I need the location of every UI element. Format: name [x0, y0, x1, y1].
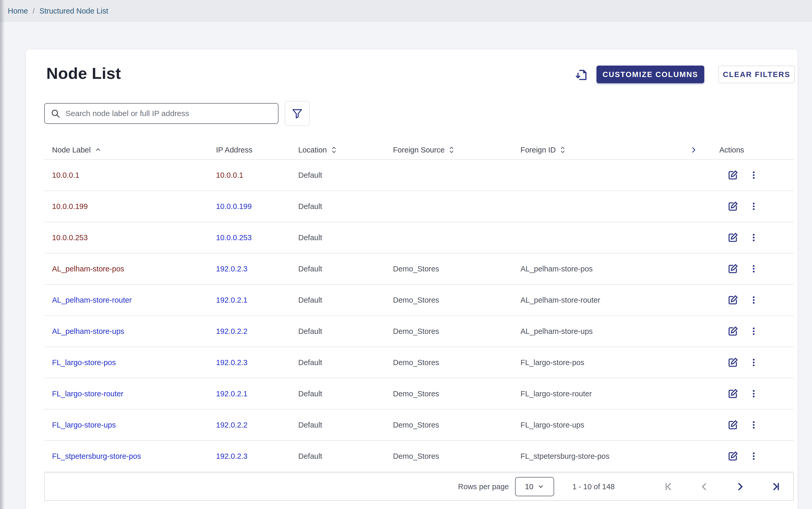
foreign-source-cell: Demo_Stores [393, 421, 439, 429]
node-label-link[interactable]: 10.0.0.199 [52, 202, 88, 211]
ip-address-link[interactable]: 192.0.2.1 [216, 389, 247, 398]
location-cell: Default [298, 296, 322, 304]
kebab-menu-icon [748, 264, 759, 274]
column-header-foreign-id[interactable]: Foreign ID [513, 146, 684, 154]
rows-per-page-select[interactable]: 10 [515, 477, 554, 496]
table-row: FL_largo-store-pos 192.0.2.3 Default Dem… [44, 347, 794, 378]
breadcrumb-home-link[interactable]: Home [8, 7, 28, 15]
ip-address-link[interactable]: 192.0.2.1 [216, 296, 247, 304]
breadcrumb: Home / Structured Node List [0, 0, 812, 22]
edit-node-button[interactable] [726, 325, 740, 338]
chevron-down-icon [537, 483, 544, 490]
row-menu-button[interactable] [747, 325, 760, 338]
expand-columns-control[interactable] [684, 146, 718, 154]
ip-address-link[interactable]: 192.0.2.2 [216, 327, 247, 336]
export-button[interactable] [574, 67, 589, 83]
first-page-icon [663, 481, 674, 492]
edit-square-icon [727, 200, 739, 212]
ip-address-link[interactable]: 192.0.2.3 [216, 452, 247, 461]
column-header-location[interactable]: Location [291, 146, 385, 154]
foreign-id-cell: FL_largo-store-pos [520, 358, 584, 367]
row-menu-button[interactable] [747, 262, 760, 276]
edit-square-icon [727, 450, 739, 462]
ip-address-link[interactable]: 10.0.0.1 [216, 171, 243, 179]
edit-node-button[interactable] [726, 418, 740, 432]
kebab-menu-icon [748, 388, 759, 399]
search-input[interactable] [66, 109, 272, 118]
edit-square-icon [727, 232, 739, 244]
ip-address-link[interactable]: 10.0.0.199 [216, 202, 252, 211]
edit-node-button[interactable] [726, 262, 740, 276]
row-menu-button[interactable] [747, 231, 760, 244]
kebab-menu-icon [748, 357, 759, 368]
column-header-node-label[interactable]: Node Label [44, 146, 208, 154]
ip-address-link[interactable]: 192.0.2.3 [216, 265, 247, 273]
previous-page-button[interactable] [699, 481, 710, 493]
column-header-foreign-source[interactable]: Foreign Source [385, 146, 513, 154]
location-cell: Default [298, 389, 322, 398]
customize-columns-button[interactable]: CUSTOMIZE COLUMNS [597, 66, 704, 83]
first-page-button[interactable] [663, 481, 674, 493]
row-menu-button[interactable] [747, 168, 760, 182]
foreign-source-cell: Demo_Stores [393, 389, 439, 398]
location-cell: Default [298, 421, 322, 429]
row-menu-button[interactable] [747, 418, 760, 432]
table-row: FL_stpetersburg-store-pos 192.0.2.3 Defa… [44, 441, 794, 472]
ip-address-link[interactable]: 192.0.2.2 [216, 421, 247, 429]
column-header-ip-address[interactable]: IP Address [208, 146, 291, 154]
foreign-id-cell: AL_pelham-store-router [520, 296, 600, 304]
node-label-link[interactable]: AL_pelham-store-ups [52, 327, 124, 336]
ip-address-link[interactable]: 10.0.0.253 [216, 233, 252, 242]
table-row: 10.0.0.199 10.0.0.199 Default [44, 191, 794, 222]
last-page-icon [771, 481, 781, 492]
row-menu-button[interactable] [747, 449, 760, 463]
node-label-link[interactable]: AL_pelham-store-pos [52, 265, 124, 273]
chevron-right-icon [690, 146, 698, 154]
node-label-link[interactable]: AL_pelham-store-router [52, 296, 132, 304]
node-list-card: Node List CUSTOMIZE COLUMNS CLEAR FILTER… [26, 49, 798, 509]
ip-address-link[interactable]: 192.0.2.3 [216, 358, 247, 367]
chevron-right-icon [735, 481, 745, 492]
sort-ascending-icon [95, 146, 102, 153]
edit-node-button[interactable] [726, 449, 740, 463]
filter-button[interactable] [285, 101, 310, 126]
edit-square-icon [727, 325, 739, 337]
edit-node-button[interactable] [726, 387, 740, 401]
node-label-link[interactable]: FL_largo-store-router [52, 389, 123, 398]
column-header-actions: Actions [718, 146, 794, 154]
pagination-controls [638, 481, 782, 493]
edit-node-button[interactable] [726, 231, 740, 244]
node-label-link[interactable]: 10.0.0.1 [52, 171, 79, 179]
kebab-menu-icon [748, 420, 759, 430]
row-menu-button[interactable] [747, 293, 760, 307]
node-label-link[interactable]: FL_largo-store-ups [52, 421, 116, 429]
kebab-menu-icon [748, 451, 759, 462]
foreign-source-cell: Demo_Stores [393, 265, 439, 273]
kebab-menu-icon [748, 201, 759, 211]
foreign-id-cell: AL_pelham-store-ups [520, 327, 593, 336]
kebab-menu-icon [748, 295, 759, 305]
location-cell: Default [298, 265, 322, 273]
edit-node-button[interactable] [726, 356, 740, 369]
node-label-link[interactable]: FL_largo-store-pos [52, 358, 116, 367]
table-row: AL_pelham-store-pos 192.0.2.3 Default De… [44, 253, 794, 285]
edit-node-button[interactable] [726, 293, 740, 307]
row-menu-button[interactable] [747, 387, 760, 401]
sort-both-icon [449, 146, 454, 154]
foreign-id-cell: FL_largo-store-router [520, 389, 592, 398]
node-label-link[interactable]: 10.0.0.253 [52, 233, 88, 242]
edit-square-icon [727, 388, 739, 400]
node-table: Node Label IP Address Location Foreign S… [44, 140, 794, 472]
node-label-link[interactable]: FL_stpetersburg-store-pos [52, 452, 141, 461]
filter-funnel-icon [292, 108, 303, 119]
row-menu-button[interactable] [747, 356, 760, 369]
next-page-button[interactable] [735, 481, 746, 493]
sort-both-icon [331, 146, 337, 154]
breadcrumb-current-page[interactable]: Structured Node List [39, 7, 108, 15]
row-menu-button[interactable] [747, 200, 760, 213]
foreign-source-cell: Demo_Stores [393, 452, 439, 461]
edit-node-button[interactable] [726, 168, 740, 182]
edit-node-button[interactable] [726, 200, 740, 213]
clear-filters-button[interactable]: CLEAR FILTERS [718, 66, 795, 83]
last-page-button[interactable] [770, 481, 782, 493]
